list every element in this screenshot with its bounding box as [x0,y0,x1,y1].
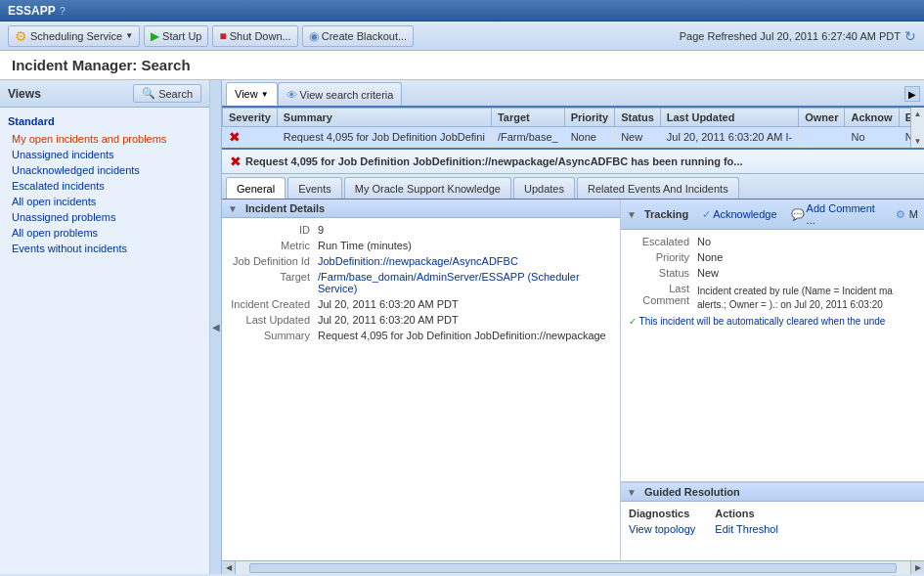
detail-title-bar: ✖ Request 4,095 for Job Definition JobDe… [222,150,924,174]
sidebar-item-all-open-incidents[interactable]: All open incidents [8,194,201,209]
tracking-collapse-icon[interactable]: ▼ [627,209,637,220]
create-blackout-label: Create Blackout... [322,30,407,42]
scroll-up-icon: ▲ [914,110,922,118]
shut-down-label: Shut Down... [230,30,291,42]
detail-field-summary: Summary Request 4,095 for Job Definition… [230,330,612,341]
status-value: New [697,267,916,279]
top-bar: ESSAPP ? [0,0,924,22]
right-detail: ▼ Tracking ✓ Acknowledge 💬 [621,199,924,560]
detail-tabs: General Events My Oracle Support Knowled… [222,174,924,199]
table-vscroll[interactable]: ▲ ▼ [910,108,924,148]
job-value[interactable]: JobDefinition://newpackage/AsyncADFBC [318,255,612,267]
table-row[interactable]: ✖ Request 4,095 for Job Definition JobDe… [223,127,925,148]
hscroll-left-button[interactable]: ◀ [222,561,236,575]
tab-scroll-right[interactable]: ▶ [904,86,920,102]
page-refreshed: Page Refreshed Jul 20, 2011 6:27:40 AM P… [680,28,916,44]
sidebar-title: Views [8,87,41,101]
cell-acknow: No [845,127,899,148]
detail-tab-knowledge[interactable]: My Oracle Support Knowledge [344,177,511,199]
tab-view-criteria[interactable]: 👁 View search criteria [278,82,403,106]
scheduling-service-button[interactable]: ⚙ Scheduling Service ▼ [8,25,140,47]
col-status[interactable]: Status [615,109,661,127]
refresh-icon[interactable]: ↻ [904,28,916,44]
more-icon[interactable]: ⚙ [896,208,905,221]
collapse-handle[interactable]: ◀ [210,80,222,574]
last-updated-label: Last Updated [230,314,318,326]
summary-label: Summary [230,330,318,341]
diagnostics-col: Diagnostics View topology [629,508,695,535]
col-target[interactable]: Target [491,109,564,127]
sidebar-item-events-without-incidents[interactable]: Events without incidents [8,241,201,256]
sidebar-item-unassigned-incidents[interactable]: Unassigned incidents [8,147,201,162]
acknowledge-button[interactable]: ✓ Acknowledge [702,208,776,221]
summary-value: Request 4,095 for Job Definition JobDefi… [318,330,612,341]
help-icon[interactable]: ? [60,5,66,17]
main-content: Views 🔍 Search Standard My open incident… [0,80,924,574]
detail-tab-general[interactable]: General [226,177,286,199]
target-value[interactable]: /Farm/base_domain/AdminServer/ESSAPP (Sc… [318,271,612,294]
tracking-field-escalated: Escalated No [629,236,916,247]
tracking-field-comment: Last Comment Incident created by rule (N… [629,283,916,312]
shut-down-button[interactable]: ■ Shut Down... [212,25,297,47]
id-label: ID [230,224,318,236]
error-icon: ✖ [229,129,241,145]
search-label: Search [158,88,193,100]
status-label: Status [629,267,697,279]
sidebar-item-unacknowledged[interactable]: Unacknowledged incidents [8,162,201,178]
tracking-body: Escalated No Priority None Status New [621,230,924,481]
detail-field-incident-created: Incident Created Jul 20, 2011 6:03:20 AM… [230,298,612,310]
last-comment-value: Incident created by rule (Name = Inciden… [697,285,916,312]
detail-tab-events[interactable]: Events [287,177,342,199]
horizontal-scrollbar[interactable]: ◀ ▶ [222,560,924,574]
results-table-container[interactable]: Severity Summary Target Priority Status … [222,108,924,150]
search-icon: 🔍 [142,87,155,100]
toolbar: ⚙ Scheduling Service ▼ ▶ Start Up ■ Shut… [0,22,924,51]
detail-field-metric: Metric Run Time (minutes) [230,240,612,251]
tab-view[interactable]: View ▼ [226,82,278,106]
col-owner[interactable]: Owner [799,109,845,127]
detail-tab-updates[interactable]: Updates [513,177,575,199]
app-title: ESSAPP [8,4,56,18]
diagnostics-title: Diagnostics [629,508,695,519]
sidebar-item-unassigned-problems[interactable]: Unassigned problems [8,209,201,225]
sidebar-item-escalated[interactable]: Escalated incidents [8,178,201,194]
sidebar-item-all-open-problems[interactable]: All open problems [8,225,201,241]
detail-tab-general-label: General [237,183,275,195]
edit-threshold-link[interactable]: Edit Threshol [715,523,778,535]
col-severity[interactable]: Severity [223,109,278,127]
col-last-updated[interactable]: Last Updated [660,109,798,127]
guided-collapse-icon[interactable]: ▼ [627,487,637,498]
detail-field-job: Job Definition Id JobDefinition://newpac… [230,255,612,267]
col-summary[interactable]: Summary [277,109,491,127]
more-label: M [909,208,918,220]
incident-created-value: Jul 20, 2011 6:03:20 AM PDT [318,298,612,310]
results-table: Severity Summary Target Priority Status … [222,108,924,148]
incident-details-header: ▼ Incident Details [222,199,620,218]
col-priority[interactable]: Priority [564,109,615,127]
hscroll-track[interactable] [249,563,897,573]
hscroll-right-button[interactable]: ▶ [910,561,924,575]
cell-summary: Request 4,095 for Job Definition JobDefi… [277,127,491,148]
comment-icon: 💬 [791,208,805,221]
tracking-field-status: Status New [629,267,916,279]
auto-clear-icon: ✓ [629,316,637,327]
add-comment-label: Add Comment ... [807,202,882,226]
detail-field-last-updated: Last Updated Jul 20, 2011 6:03:20 AM PDT [230,314,612,326]
sidebar-nav: Standard My open incidents and problems … [0,108,209,574]
sidebar-item-my-open[interactable]: My open incidents and problems [8,131,201,147]
auto-clear-note: ✓ This incident will be automatically cl… [629,316,916,327]
id-value: 9 [318,224,612,236]
metric-value: Run Time (minutes) [318,240,612,251]
detail-tab-updates-label: Updates [524,183,564,195]
view-topology-link[interactable]: View topology [629,523,695,535]
create-blackout-button[interactable]: ◉ Create Blackout... [302,25,414,47]
incident-collapse-icon[interactable]: ▼ [228,203,238,214]
col-acknow[interactable]: Acknow [845,109,899,127]
add-comment-button[interactable]: 💬 Add Comment ... [791,202,882,226]
start-up-button[interactable]: ▶ Start Up [144,25,208,47]
detail-tab-related[interactable]: Related Events And Incidents [577,177,739,199]
search-button[interactable]: 🔍 Search [133,84,201,103]
auto-clear-text: This incident will be automatically clea… [639,316,886,327]
metric-label: Metric [230,240,318,251]
last-updated-value: Jul 20, 2011 6:03:20 AM PDT [318,314,612,326]
